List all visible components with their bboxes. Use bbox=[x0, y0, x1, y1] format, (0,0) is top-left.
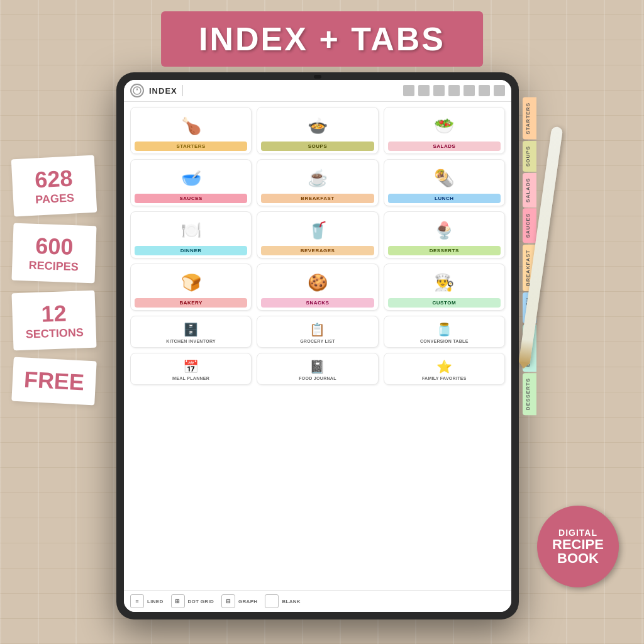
badge-recipe: RECIPE bbox=[552, 538, 604, 552]
food-journal-icon: 📓 bbox=[309, 357, 325, 376]
category-sauces[interactable]: 🥣 SAUCES bbox=[130, 159, 252, 206]
stat-number-sections: 12 bbox=[23, 299, 84, 328]
svg-marker-1 bbox=[136, 87, 138, 91]
category-dinner[interactable]: 🍽️ DINNER bbox=[130, 211, 252, 258]
conversion-table-icon: 🫙 bbox=[436, 320, 452, 339]
grocery-list-label: GROCERY LIST bbox=[300, 339, 335, 343]
graph-label: GRAPH bbox=[238, 599, 257, 604]
desserts-label: DESSERTS bbox=[388, 246, 501, 255]
tab-desserts[interactable]: DESSERTS bbox=[523, 373, 536, 415]
category-soups[interactable]: 🍲 SOUPS bbox=[257, 107, 378, 154]
bakery-icon: 🍞 bbox=[181, 269, 201, 296]
top-bar: INDEX bbox=[124, 80, 511, 102]
tool-grid[interactable] bbox=[494, 85, 505, 96]
tool-list[interactable] bbox=[464, 85, 475, 96]
category-custom[interactable]: 👨‍🍳 CUSTOM bbox=[384, 264, 505, 311]
stat-cards: 628 PAGES 600 RECIPES 12 SECTIONS FREE bbox=[13, 157, 96, 403]
family-favorites-label: FAMILY FAVORITES bbox=[422, 376, 467, 380]
breakfast-label: BREAKFAST bbox=[261, 194, 374, 203]
category-starters[interactable]: 🍗 STARTERS bbox=[130, 107, 252, 154]
starters-label: STARTERS bbox=[135, 142, 247, 151]
beverages-icon: 🥤 bbox=[308, 217, 328, 243]
utility-conversion-table[interactable]: 🫙 CONVERSION TABLE bbox=[384, 316, 505, 348]
tab-sauces[interactable]: SAUCES bbox=[523, 208, 536, 243]
sauces-icon: 🥣 bbox=[181, 165, 201, 191]
stat-card-recipes: 600 RECIPES bbox=[11, 223, 96, 284]
lunch-icon: 🌯 bbox=[434, 165, 454, 191]
bottom-graph[interactable]: ⊟ GRAPH bbox=[221, 594, 257, 608]
utility-food-journal[interactable]: 📓 FOOD JOURNAL bbox=[257, 353, 378, 385]
bakery-label: BAKERY bbox=[135, 298, 247, 308]
blank-icon bbox=[265, 594, 279, 608]
category-lunch[interactable]: 🌯 LUNCH bbox=[384, 159, 505, 206]
family-favorites-icon: ⭐ bbox=[436, 357, 452, 376]
soups-label: SOUPS bbox=[261, 142, 374, 151]
stat-number-pages: 628 bbox=[23, 165, 84, 194]
food-journal-label: FOOD JOURNAL bbox=[299, 376, 336, 380]
bottom-bar: ≡ LINED ⊞ DOT GRID ⊟ GRAPH BLANK bbox=[124, 590, 511, 612]
utility-grid: 🗄️ KITCHEN INVENTORY 📋 GROCERY LIST 🫙 CO… bbox=[130, 316, 505, 348]
category-desserts[interactable]: 🍨 DESSERTS bbox=[384, 211, 505, 258]
kitchen-inventory-icon: 🗄️ bbox=[183, 320, 199, 339]
category-beverages[interactable]: 🥤 BEVERAGES bbox=[257, 211, 378, 258]
grocery-list-icon: 📋 bbox=[309, 320, 325, 339]
planner-grid: 📅 MEAL PLANNER 📓 FOOD JOURNAL ⭐ FAMILY F… bbox=[130, 353, 505, 385]
dot-grid-label: DOT GRID bbox=[188, 599, 214, 604]
sauces-label: SAUCES bbox=[135, 194, 247, 203]
stat-label-sections: SECTIONS bbox=[24, 326, 85, 341]
category-bakery[interactable]: 🍞 BAKERY bbox=[130, 264, 252, 311]
header-title: INDEX + TABS bbox=[199, 21, 445, 57]
bottom-blank[interactable]: BLANK bbox=[265, 594, 301, 608]
stat-card-free: FREE bbox=[11, 357, 96, 406]
blank-label: BLANK bbox=[282, 599, 301, 604]
lunch-label: LUNCH bbox=[388, 194, 501, 203]
tab-starters[interactable]: STARTERS bbox=[523, 97, 536, 140]
custom-icon: 👨‍🍳 bbox=[434, 269, 454, 296]
tab-soups[interactable]: SOUPS bbox=[523, 141, 536, 172]
tablet-screen: INDEX 🍗 STARTERS 🍲 bbox=[124, 80, 511, 612]
salads-icon: 🥗 bbox=[434, 113, 454, 139]
top-bar-title: INDEX bbox=[149, 86, 177, 96]
header-banner: INDEX + TABS bbox=[161, 11, 483, 67]
tool-search[interactable] bbox=[403, 85, 414, 96]
snacks-label: SNACKS bbox=[261, 298, 374, 308]
utility-meal-planner[interactable]: 📅 MEAL PLANNER bbox=[130, 353, 252, 385]
category-snacks[interactable]: 🍪 SNACKS bbox=[257, 264, 378, 311]
bottom-lined[interactable]: ≡ LINED bbox=[130, 594, 164, 608]
dinner-icon: 🍽️ bbox=[181, 217, 201, 243]
conversion-table-label: CONVERSION TABLE bbox=[420, 339, 469, 343]
stat-card-sections: 12 SECTIONS bbox=[11, 291, 96, 351]
stat-label-pages: PAGES bbox=[25, 191, 86, 207]
starters-icon: 🍗 bbox=[181, 113, 201, 139]
badge-book: BOOK bbox=[557, 552, 599, 565]
compass-icon bbox=[130, 84, 144, 97]
stat-number-free: FREE bbox=[23, 367, 85, 396]
category-breakfast[interactable]: ☕ BREAKFAST bbox=[257, 159, 378, 206]
tablet-camera bbox=[314, 75, 321, 79]
utility-kitchen-inventory[interactable]: 🗄️ KITCHEN INVENTORY bbox=[130, 316, 252, 348]
meal-planner-icon: 📅 bbox=[183, 357, 199, 376]
top-bar-tools bbox=[403, 85, 505, 96]
tab-salads[interactable]: SALADS bbox=[523, 173, 536, 208]
breakfast-icon: ☕ bbox=[308, 165, 328, 191]
category-grid: 🍗 STARTERS 🍲 SOUPS 🥗 SALADS 🥣 SAUCES ☕ bbox=[130, 107, 505, 311]
recipe-book-badge: DIGITAL RECIPE BOOK bbox=[537, 506, 619, 587]
tool-edit[interactable] bbox=[418, 85, 430, 96]
bottom-dot-grid[interactable]: ⊞ DOT GRID bbox=[171, 594, 214, 608]
dinner-label: DINNER bbox=[135, 246, 247, 255]
utility-grocery-list[interactable]: 📋 GROCERY LIST bbox=[257, 316, 378, 348]
stat-label-recipes: RECIPES bbox=[23, 258, 84, 274]
tool-copy[interactable] bbox=[433, 85, 445, 96]
main-content: 🍗 STARTERS 🍲 SOUPS 🥗 SALADS 🥣 SAUCES ☕ bbox=[124, 102, 511, 590]
snacks-icon: 🍪 bbox=[308, 269, 328, 296]
top-bar-divider bbox=[182, 85, 183, 96]
dot-grid-icon: ⊞ bbox=[171, 594, 185, 608]
custom-label: CUSTOM bbox=[388, 298, 501, 308]
category-salads[interactable]: 🥗 SALADS bbox=[384, 107, 505, 154]
tool-star[interactable] bbox=[479, 85, 490, 96]
tablet: STARTERS SOUPS SALADS SAUCES BREAKFAST L… bbox=[116, 72, 519, 619]
kitchen-inventory-label: KITCHEN INVENTORY bbox=[166, 339, 216, 343]
tool-calendar[interactable] bbox=[448, 85, 460, 96]
lined-label: LINED bbox=[147, 599, 164, 604]
utility-family-favorites[interactable]: ⭐ FAMILY FAVORITES bbox=[384, 353, 505, 385]
